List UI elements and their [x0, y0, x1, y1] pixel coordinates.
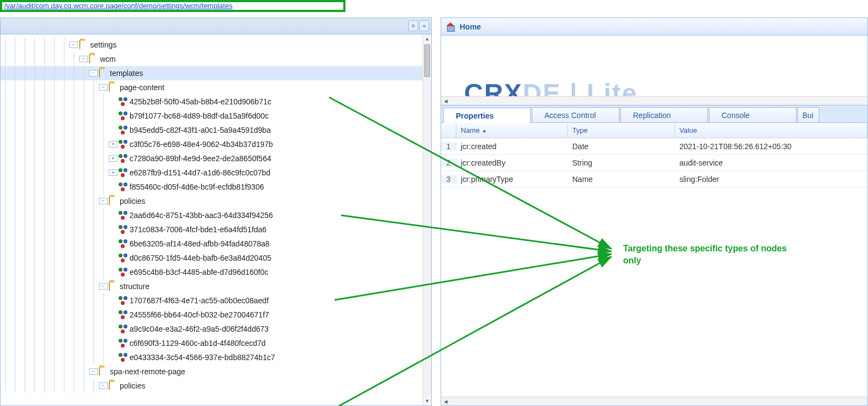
- collapse-icon[interactable]: −: [99, 198, 108, 204]
- tree-panel: ⌗ « −settings−wcm−templates−page-content…: [0, 17, 432, 406]
- col-header-name[interactable]: Name▲: [456, 123, 568, 138]
- tree-node-label: structure: [120, 282, 149, 291]
- tree-node[interactable]: −policies: [1, 379, 423, 393]
- tree-node[interactable]: 371c0834-7006-4fcf-bde1-e6a4fd51fda6: [1, 222, 423, 237]
- tree-node[interactable]: e0433334-3c54-4566-937e-bdb88274b1c7: [1, 350, 423, 364]
- folder-icon: [79, 40, 88, 49]
- cell-value: audit-service: [675, 158, 867, 167]
- col-header-type[interactable]: Type: [568, 123, 675, 138]
- collapse-icon[interactable]: −: [69, 42, 78, 48]
- tree-node[interactable]: −structure: [1, 279, 423, 293]
- tree-node[interactable]: +e6287fb9-d151-44d7-a1d6-86c9fc0c07bd: [1, 166, 423, 180]
- collapse-icon[interactable]: −: [99, 84, 108, 91]
- home-icon[interactable]: [445, 22, 455, 31]
- tree-node[interactable]: 24555f66-bb64-40cf-b032-be27004671f7: [1, 308, 423, 322]
- node-cluster-icon: [119, 239, 127, 248]
- tree-node-label: a9c9c04e-e3a2-46f2-a9a5-d06f2f4dd673: [130, 325, 269, 333]
- tree-node[interactable]: −page-content: [1, 80, 423, 95]
- table-row[interactable]: 1jcr:createdDate2021-10-21T08:56:26.612+…: [441, 138, 867, 155]
- tree-node-label: 6be63205-af14-48ed-afbb-94fad48078a8: [130, 239, 269, 248]
- path-input[interactable]: /var/audit/com.day.cq.wcm.core.page/conf…: [0, 0, 345, 12]
- cell-name: jcr:primaryType: [456, 175, 568, 184]
- collapse-icon[interactable]: −: [79, 56, 88, 62]
- tab-build[interactable]: Bui: [797, 107, 819, 122]
- tab-console[interactable]: Console: [709, 107, 796, 122]
- tree-node[interactable]: 6be63205-af14-48ed-afbb-94fad48078a8: [1, 237, 423, 251]
- row-number: 2: [441, 158, 456, 167]
- tree-node-label: b945edd5-c82f-43f1-a0c1-5a9a4591d9ba: [130, 126, 271, 134]
- tree-node[interactable]: 2aa6d64c-8751-43bb-aac3-64d334f94256: [1, 208, 423, 222]
- cell-name: jcr:createdBy: [456, 158, 568, 167]
- tree-node[interactable]: −wcm: [1, 52, 423, 66]
- tree-node-label: b79f1077-bc68-4d89-b8df-da15a9f6d00c: [130, 111, 269, 120]
- row-number: 1: [441, 142, 456, 151]
- tree-node[interactable]: b945edd5-c82f-43f1-a0c1-5a9a4591d9ba: [1, 123, 423, 137]
- folder-icon: [109, 83, 118, 92]
- tree-node-label: e6287fb9-d151-44d7-a1d6-86c9fc0c07bd: [130, 168, 271, 177]
- tree-node[interactable]: d0c86750-1fd5-44eb-bafb-6e3a84d20405: [1, 251, 423, 265]
- node-cluster-icon: [119, 154, 127, 163]
- home-label: Home: [460, 22, 481, 31]
- collapse-icon[interactable]: −: [99, 283, 108, 290]
- tree-collapse-icon[interactable]: «: [419, 20, 429, 31]
- node-cluster-icon: [119, 168, 127, 177]
- tree-node-label: d0c86750-1fd5-44eb-bafb-6e3a84d20405: [130, 254, 271, 262]
- details-hscroll[interactable]: ◀: [441, 397, 867, 405]
- tree-node-label: 1707687f-4f63-4e71-ac55-a0b0ec08aedf: [130, 296, 269, 305]
- tab-access-control[interactable]: Access Control: [532, 107, 619, 122]
- expand-icon[interactable]: +: [109, 169, 118, 176]
- node-cluster-icon: [119, 97, 127, 106]
- table-row[interactable]: 3jcr:primaryTypeNamesling:Folder: [441, 171, 867, 187]
- table-row[interactable]: 2jcr:createdByStringaudit-service: [441, 155, 867, 171]
- tree-node-label: 425b2b8f-50f0-45ab-b8b4-e210d906b71c: [130, 97, 271, 106]
- node-cluster-icon: [119, 268, 127, 276]
- tab-replication[interactable]: Replication: [620, 107, 708, 122]
- tree-node[interactable]: c6f690f3-1129-460c-ab1d-4f480fcecd7d: [1, 336, 423, 350]
- tree-node-label: c3f05c76-e698-48e4-9062-4b34b37d197b: [130, 140, 273, 149]
- col-header-value[interactable]: Value: [675, 123, 867, 138]
- folder-icon: [99, 69, 108, 78]
- cell-value: sling:Folder: [675, 175, 867, 184]
- collapse-icon[interactable]: −: [99, 383, 108, 389]
- tree-node-label: c6f690f3-1129-460c-ab1d-4f480fcecd7d: [130, 339, 266, 348]
- node-cluster-icon: [119, 353, 127, 362]
- tree-toolbar: ⌗ «: [1, 18, 431, 34]
- tabs-bar: Properties Access Control Replication Co…: [441, 105, 867, 123]
- expand-icon[interactable]: +: [109, 155, 118, 162]
- tree-node[interactable]: −templates: [1, 66, 423, 80]
- node-cluster-icon: [119, 183, 127, 191]
- node-cluster-icon: [119, 296, 127, 305]
- folder-icon: [109, 282, 118, 291]
- tree-node[interactable]: a9c9c04e-e3a2-46f2-a9a5-d06f2f4dd673: [1, 322, 423, 336]
- node-cluster-icon: [119, 325, 127, 333]
- tree-scrollbar[interactable]: ▲ ▼: [423, 34, 431, 405]
- tab-properties[interactable]: Properties: [443, 108, 531, 123]
- tree-node[interactable]: e695c4b8-b3cf-4485-abfe-d7d96d160f0c: [1, 265, 423, 279]
- node-cluster-icon: [119, 225, 127, 234]
- node-cluster-icon: [119, 310, 127, 319]
- tree-node-label: wcm: [100, 55, 116, 63]
- tree-node[interactable]: −settings: [1, 38, 423, 52]
- tree-node[interactable]: b79f1077-bc68-4d89-b8df-da15a9f6d00c: [1, 109, 423, 123]
- sort-asc-icon: ▲: [482, 128, 487, 133]
- expand-icon[interactable]: +: [109, 141, 118, 148]
- logo-area: CRXDE | Lite ◀: [441, 36, 867, 105]
- folder-icon: [109, 381, 118, 390]
- cell-type: Date: [568, 142, 675, 151]
- tree-node[interactable]: 1707687f-4f63-4e71-ac55-a0b0ec08aedf: [1, 293, 423, 308]
- tree-node[interactable]: −spa-next-remote-page: [1, 364, 423, 379]
- tree-node-label: 371c0834-7006-4fcf-bde1-e6a4fd51fda6: [130, 225, 267, 234]
- cell-value: 2021-10-21T08:56:26.612+05:30: [675, 142, 867, 151]
- tree-node[interactable]: 425b2b8f-50f0-45ab-b8b4-e210d906b71c: [1, 95, 423, 109]
- tree-node[interactable]: f855460c-d05f-4d6e-bc9f-ecfdb81f9306: [1, 180, 423, 194]
- tree-tool-icon[interactable]: ⌗: [408, 20, 418, 31]
- tree-node[interactable]: −policies: [1, 194, 423, 208]
- node-cluster-icon: [119, 339, 127, 348]
- collapse-icon[interactable]: −: [89, 70, 98, 77]
- tree-node[interactable]: +c7280a90-89bf-4e9d-9ee2-de2a8650f564: [1, 151, 423, 166]
- tree-node[interactable]: +c3f05c76-e698-48e4-9062-4b34b37d197b: [1, 137, 423, 151]
- collapse-icon[interactable]: −: [89, 368, 98, 375]
- node-cluster-icon: [119, 211, 127, 220]
- tree-node-label: settings: [90, 40, 116, 49]
- logo-hscroll[interactable]: ◀: [441, 96, 867, 105]
